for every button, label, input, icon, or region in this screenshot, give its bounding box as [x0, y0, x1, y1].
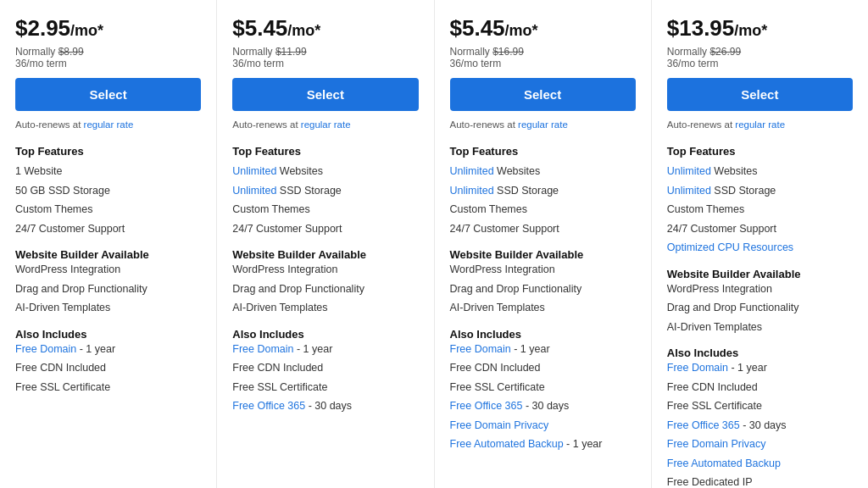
top-feature-item: 24/7 Customer Support [667, 222, 853, 237]
also-includes-item: Free Automated Backup - 1 year [450, 437, 636, 452]
include-link[interactable]: Free Domain Privacy [450, 419, 549, 431]
also-includes-item: Free Office 365 - 30 days [450, 399, 636, 414]
feature-link[interactable]: Unlimited [667, 185, 711, 197]
plan-col-3: $5.45/mo*Normally $16.9936/mo termSelect… [435, 0, 652, 488]
include-link[interactable]: Free Office 365 [667, 419, 740, 431]
top-features-title: Top Features [450, 145, 636, 158]
also-includes-title: Also Includes [667, 347, 853, 359]
feature-link[interactable]: Unlimited [667, 165, 711, 177]
plan-price: $13.95/mo* [667, 15, 853, 42]
also-includes-title: Also Includes [15, 328, 201, 341]
auto-renews-text: Auto-renews at regular rate [667, 119, 853, 130]
plan-col-4: $13.95/mo*Normally $26.9936/mo termSelec… [652, 0, 868, 488]
builder-title: Website Builder Available [450, 248, 636, 261]
builder-feature-item: AI-Driven Templates [450, 301, 636, 316]
top-feature-item: Optimized CPU Resources [667, 241, 853, 256]
builder-title: Website Builder Available [232, 248, 418, 261]
plan-normally: Normally $26.99 [667, 45, 853, 58]
also-includes-item: Free Domain - 1 year [450, 342, 636, 358]
top-features-title: Top Features [232, 145, 418, 158]
feature-link[interactable]: Unlimited [450, 185, 494, 197]
top-feature-item: Unlimited Websites [232, 164, 418, 180]
include-link[interactable]: Free Office 365 [450, 400, 523, 412]
plan-term: 36/mo term [15, 58, 201, 69]
also-includes-item: Free Automated Backup [667, 457, 853, 472]
plan-normally: Normally $11.99 [232, 45, 418, 58]
also-includes-item: Free Domain - 1 year [15, 342, 201, 358]
top-feature-item: 24/7 Customer Support [15, 222, 201, 237]
plan-col-1: $2.95/mo*Normally $8.9936/mo termSelectA… [0, 0, 217, 488]
select-button[interactable]: Select [15, 78, 201, 111]
top-features-title: Top Features [15, 145, 201, 158]
also-includes-item: Free CDN Included [15, 361, 201, 376]
plan-term: 36/mo term [667, 58, 853, 69]
regular-rate-link[interactable]: regular rate [301, 119, 351, 130]
top-feature-item: 1 Website [15, 164, 201, 180]
select-button[interactable]: Select [232, 78, 418, 111]
select-button[interactable]: Select [667, 78, 853, 111]
include-link[interactable]: Free Office 365 [232, 400, 305, 412]
include-link[interactable]: Free Domain Privacy [667, 438, 766, 450]
builder-title: Website Builder Available [667, 268, 853, 280]
also-includes-title: Also Includes [232, 328, 418, 341]
also-includes-item: Free Office 365 - 30 days [667, 419, 853, 434]
include-link[interactable]: Free Domain [450, 343, 511, 355]
select-button[interactable]: Select [450, 78, 636, 111]
also-includes-item: Free Domain Privacy [450, 419, 636, 434]
builder-title: Website Builder Available [15, 248, 201, 261]
plan-normally: Normally $16.99 [450, 45, 636, 58]
top-feature-item: Unlimited SSD Storage [667, 184, 853, 199]
regular-rate-link[interactable]: regular rate [735, 119, 785, 130]
also-includes-item: Free Domain - 1 year [232, 342, 418, 358]
builder-feature-item: WordPress Integration [232, 263, 418, 278]
builder-feature-item: WordPress Integration [450, 263, 636, 278]
plan-col-2: $5.45/mo*Normally $11.9936/mo termSelect… [217, 0, 434, 488]
top-features-title: Top Features [667, 145, 853, 158]
plan-normally: Normally $8.99 [15, 45, 201, 58]
builder-feature-item: Drag and Drop Functionality [450, 282, 636, 297]
plan-price: $5.45/mo* [232, 15, 418, 42]
also-includes-item: Free CDN Included [450, 361, 636, 376]
also-includes-item: Free Office 365 - 30 days [232, 399, 418, 414]
include-link[interactable]: Free Automated Backup [450, 438, 564, 450]
also-includes-item: Free CDN Included [232, 361, 418, 376]
feature-link[interactable]: Unlimited [450, 165, 494, 177]
top-feature-item: Custom Themes [667, 202, 853, 218]
also-includes-item: Free SSL Certificate [450, 380, 636, 396]
also-includes-title: Also Includes [450, 328, 636, 341]
top-feature-item: 50 GB SSD Storage [15, 184, 201, 199]
regular-rate-link[interactable]: regular rate [84, 119, 134, 130]
builder-feature-item: AI-Driven Templates [232, 301, 418, 316]
plan-term: 36/mo term [450, 58, 636, 69]
also-includes-item: Free SSL Certificate [232, 380, 418, 396]
include-link[interactable]: Free Domain [15, 343, 76, 355]
builder-feature-item: WordPress Integration [667, 282, 853, 297]
also-includes-item: Free Dedicated IP [667, 475, 853, 488]
include-link[interactable]: Free Domain [232, 343, 293, 355]
builder-feature-item: Drag and Drop Functionality [232, 282, 418, 297]
builder-feature-item: AI-Driven Templates [15, 301, 201, 316]
top-feature-item: Unlimited SSD Storage [450, 184, 636, 199]
builder-feature-item: AI-Driven Templates [667, 320, 853, 336]
top-feature-item: 24/7 Customer Support [450, 222, 636, 237]
plan-price: $2.95/mo* [15, 15, 201, 42]
top-feature-item: 24/7 Customer Support [232, 222, 418, 237]
top-feature-item: Unlimited Websites [667, 164, 853, 180]
feature-link[interactable]: Unlimited [232, 185, 276, 197]
plan-term: 36/mo term [232, 58, 418, 69]
builder-feature-item: Drag and Drop Functionality [15, 282, 201, 297]
feature-link[interactable]: Unlimited [232, 165, 276, 177]
regular-rate-link[interactable]: regular rate [518, 119, 568, 130]
top-feature-item: Custom Themes [450, 202, 636, 218]
builder-feature-item: Drag and Drop Functionality [667, 301, 853, 316]
top-feature-item: Custom Themes [15, 202, 201, 218]
include-link[interactable]: Free Automated Backup [667, 458, 781, 469]
also-includes-item: Free SSL Certificate [667, 399, 853, 414]
also-includes-item: Free Domain Privacy [667, 437, 853, 452]
also-includes-item: Free SSL Certificate [15, 380, 201, 396]
plans-container: $2.95/mo*Normally $8.9936/mo termSelectA… [0, 0, 868, 488]
feature-link[interactable]: Optimized CPU Resources [667, 241, 793, 253]
top-feature-item: Unlimited SSD Storage [232, 184, 418, 199]
include-link[interactable]: Free Domain [667, 362, 728, 374]
top-feature-item: Custom Themes [232, 202, 418, 218]
